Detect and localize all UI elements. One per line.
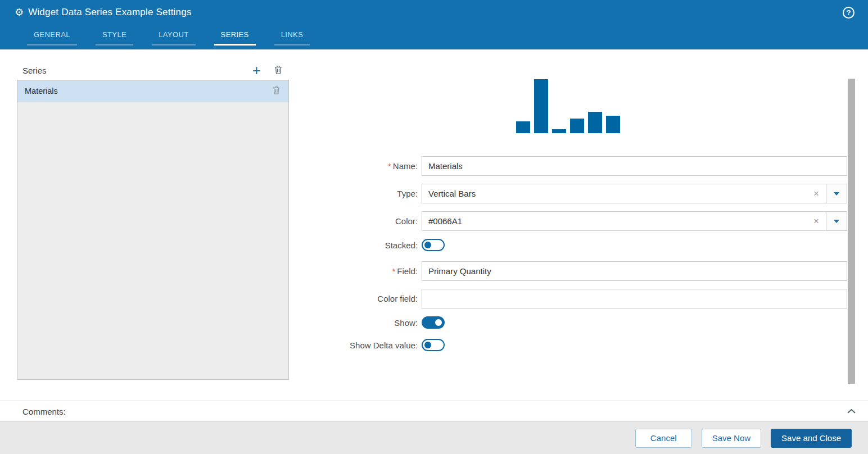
clear-icon[interactable]: × xyxy=(807,216,826,226)
tab-series[interactable]: SERIES xyxy=(214,27,256,46)
stacked-label: Stacked: xyxy=(289,240,418,250)
show-row: Show: xyxy=(289,316,847,329)
field-row: *Field: xyxy=(289,261,847,281)
tab-style[interactable]: STYLE xyxy=(96,27,133,46)
series-panel-header: Series + xyxy=(17,61,289,80)
color-select-value: #0066A1 xyxy=(422,216,807,226)
scrollbar[interactable] xyxy=(848,79,855,384)
main-content: Series + Materials xyxy=(0,49,868,401)
chart-bar xyxy=(570,119,584,133)
field-label: *Field: xyxy=(289,266,418,276)
type-select-value: Vertical Bars xyxy=(422,189,807,198)
required-asterisk: * xyxy=(392,266,395,276)
dialog-footer: Cancel Save Now Save and Close xyxy=(0,421,868,454)
gear-icon: ⚙ xyxy=(15,7,24,17)
chart-bar xyxy=(552,129,566,133)
tab-layout[interactable]: LAYOUT xyxy=(152,27,195,46)
chevron-up-icon xyxy=(847,408,856,414)
required-asterisk: * xyxy=(388,161,391,171)
trash-icon xyxy=(274,65,282,74)
scrollbar-thumb[interactable] xyxy=(848,79,855,384)
toggle-knob xyxy=(435,319,442,326)
trash-icon xyxy=(273,86,280,94)
chart-preview xyxy=(289,79,847,133)
stacked-row: Stacked: xyxy=(289,239,847,251)
series-form: *Name: Type: Vertical Bars × xyxy=(289,156,847,351)
tab-links[interactable]: LINKS xyxy=(274,27,310,46)
dialog-header: ⚙ Widget Data Series Example Settings ? … xyxy=(0,0,868,49)
comments-label: Comments: xyxy=(22,407,66,416)
chevron-down-icon xyxy=(834,192,839,196)
toggle-knob xyxy=(424,342,431,348)
type-dropdown-button[interactable] xyxy=(826,184,847,203)
chart-bar xyxy=(534,79,548,133)
collapse-comments-button[interactable] xyxy=(847,408,856,414)
delete-series-button[interactable] xyxy=(273,65,283,76)
save-and-close-button[interactable]: Save and Close xyxy=(771,429,852,448)
chart-bar xyxy=(588,112,602,133)
show-delta-toggle[interactable] xyxy=(422,339,445,351)
tab-general[interactable]: GENERAL xyxy=(27,27,77,46)
comments-bar: Comments: xyxy=(0,401,868,421)
series-form-panel: *Name: Type: Vertical Bars × xyxy=(289,49,868,401)
color-select[interactable]: #0066A1 × xyxy=(422,211,847,231)
color-field-input[interactable] xyxy=(422,289,847,308)
series-item-label: Materials xyxy=(25,87,58,96)
chevron-down-icon xyxy=(834,220,839,223)
field-input[interactable] xyxy=(422,261,847,281)
stacked-toggle[interactable] xyxy=(422,239,445,251)
chart-bar xyxy=(516,121,530,133)
tab-bar: GENERAL STYLE LAYOUT SERIES LINKS xyxy=(0,27,868,46)
color-row: Color: #0066A1 × xyxy=(289,211,847,231)
chart-preview-bars xyxy=(516,79,620,133)
type-row: Type: Vertical Bars × xyxy=(289,184,847,203)
help-icon[interactable]: ? xyxy=(843,7,855,19)
color-label: Color: xyxy=(289,216,418,226)
cancel-button[interactable]: Cancel xyxy=(635,429,692,448)
show-delta-label: Show Delta value: xyxy=(289,341,418,350)
toggle-knob xyxy=(424,242,431,248)
chart-bar xyxy=(606,116,620,133)
series-item-materials[interactable]: Materials xyxy=(17,80,288,102)
series-list: Materials xyxy=(17,80,289,380)
dialog-title: Widget Data Series Example Settings xyxy=(28,7,191,18)
type-select[interactable]: Vertical Bars × xyxy=(422,184,847,203)
type-label: Type: xyxy=(289,189,418,198)
delete-item-button[interactable] xyxy=(272,86,281,96)
add-series-button[interactable]: + xyxy=(250,64,263,76)
color-field-row: Color field: xyxy=(289,289,847,308)
name-row: *Name: xyxy=(289,156,847,176)
series-panel: Series + Materials xyxy=(17,61,289,401)
clear-icon[interactable]: × xyxy=(807,189,826,198)
show-label: Show: xyxy=(289,318,418,328)
color-field-label: Color field: xyxy=(289,294,418,303)
color-dropdown-button[interactable] xyxy=(826,212,847,230)
settings-dialog: ⚙ Widget Data Series Example Settings ? … xyxy=(0,0,868,454)
save-now-button[interactable]: Save Now xyxy=(702,429,761,448)
show-delta-row: Show Delta value: xyxy=(289,339,847,351)
name-input[interactable] xyxy=(422,156,847,176)
name-label: *Name: xyxy=(289,161,418,171)
show-toggle[interactable] xyxy=(422,316,445,329)
series-panel-title: Series xyxy=(22,66,47,75)
title-row: ⚙ Widget Data Series Example Settings ? xyxy=(0,0,868,25)
